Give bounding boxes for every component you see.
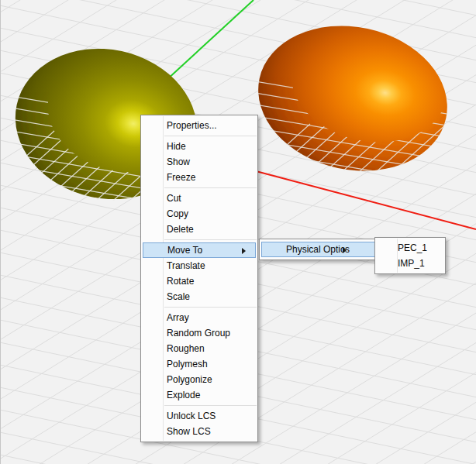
menu-item-array[interactable]: Array xyxy=(141,310,257,325)
menu-item-label: Move To xyxy=(167,245,202,256)
menu-item-polymesh[interactable]: Polymesh xyxy=(141,356,257,372)
menu-separator xyxy=(164,405,257,406)
menu-separator xyxy=(164,136,257,136)
submenu-item-physical-optics[interactable]: Physical Optics xyxy=(261,242,375,257)
submenu-arrow-icon xyxy=(242,248,246,254)
menu-item-polygonize[interactable]: Polygonize xyxy=(141,372,257,387)
menu-item-freeze[interactable]: Freeze xyxy=(141,170,257,185)
menu-item-cut[interactable]: Cut xyxy=(141,191,257,206)
submenu2-item-imp-1[interactable]: IMP_1 xyxy=(375,256,445,271)
menu-item-copy[interactable]: Copy xyxy=(141,206,257,222)
menu-item-delete[interactable]: Delete xyxy=(141,222,257,237)
menu-separator xyxy=(164,187,257,188)
menu-item-hide[interactable]: Hide xyxy=(141,139,257,154)
menu-item-rotate[interactable]: Rotate xyxy=(141,273,257,289)
menu-item-show-lcs[interactable]: Show LCS xyxy=(141,424,257,439)
red-axis-line xyxy=(233,165,476,229)
menu-item-unlock-lcs[interactable]: Unlock LCS xyxy=(141,408,257,424)
menu-item-move-to[interactable]: Move To xyxy=(143,242,256,258)
submenu-arrow-icon xyxy=(343,247,347,253)
menu-item-show[interactable]: Show xyxy=(141,154,257,170)
submenu2-item-pec-1[interactable]: PEC_1 xyxy=(375,240,445,256)
menu-item-random-group[interactable]: Random Group xyxy=(141,325,257,341)
menu-item-properties[interactable]: Properties... xyxy=(141,118,257,133)
menu-item-roughen[interactable]: Roughen xyxy=(141,341,257,356)
move-to-submenu: Physical Optics xyxy=(259,239,378,260)
viewport-3d: Properties... Hide Show Freeze Cut Copy … xyxy=(0,0,476,464)
menu-item-explode[interactable]: Explode xyxy=(141,387,257,403)
menu-separator xyxy=(164,239,257,240)
context-menu: Properties... Hide Show Freeze Cut Copy … xyxy=(140,115,258,442)
orange-ellipsoid-surface[interactable] xyxy=(245,9,461,187)
menu-item-scale[interactable]: Scale xyxy=(141,289,257,304)
submenu-item-label: Physical Optics xyxy=(286,244,350,255)
physical-optics-submenu: PEC_1 IMP_1 xyxy=(374,237,446,274)
menu-separator xyxy=(164,307,257,308)
menu-item-translate[interactable]: Translate xyxy=(141,258,257,273)
